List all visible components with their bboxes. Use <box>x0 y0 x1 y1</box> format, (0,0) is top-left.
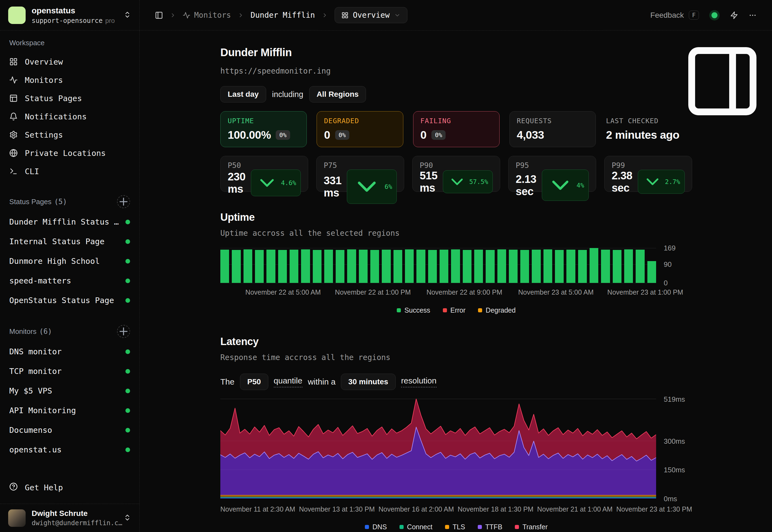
percentile-value: 2.38 sec <box>612 170 632 194</box>
latency-y-tick: 150ms <box>664 466 685 474</box>
monitor-documenso[interactable]: Documenso <box>9 420 130 440</box>
gear-icon <box>9 131 18 139</box>
chevron-right-icon <box>170 12 176 19</box>
status-page-speed-matters[interactable]: speed-matters <box>9 271 130 291</box>
sidebar-item-overview[interactable]: Overview <box>9 53 130 71</box>
uptime-bar <box>428 250 437 283</box>
bell-icon <box>9 112 18 121</box>
chevrons-up-down-icon[interactable] <box>123 514 131 522</box>
sidebar-item-notifications[interactable]: Notifications <box>9 107 130 126</box>
monitor-dns-monitor[interactable]: DNS monitor <box>9 342 130 361</box>
stat-card-last-checked: LAST CHECKED2 minutes ago <box>606 111 692 147</box>
stat-badge: 0% <box>335 130 349 140</box>
help-circle-icon <box>9 482 18 491</box>
stat-value: 100.00% <box>228 129 271 141</box>
chevron-right-icon <box>321 12 328 19</box>
chevron-right-icon <box>237 12 244 19</box>
uptime-x-tick: November 22 at 5:00 AM <box>245 288 321 296</box>
user-menu[interactable]: Dwight Schrute dwight@dundermifflin.c… <box>0 504 139 532</box>
uptime-bar <box>440 250 448 283</box>
status-dot <box>125 239 130 244</box>
monitor-tcp-monitor[interactable]: TCP monitor <box>9 361 130 381</box>
sidebar: openstatus support-opensourcepro Workspa… <box>0 0 140 532</box>
latency-x-tick: November 18 at 1:30 PM <box>458 505 533 513</box>
sidebar-item-monitors[interactable]: Monitors <box>9 71 130 89</box>
uptime-bar <box>313 250 321 283</box>
panel-right-icon[interactable] <box>682 40 763 122</box>
monitors-list: DNS monitorTCP monitorMy $5 VPSAPI Monit… <box>9 342 130 460</box>
monitor-openstat-us[interactable]: openstat.us <box>9 440 130 460</box>
sidebar-item-cli[interactable]: CLI <box>9 162 130 180</box>
uptime-bar <box>347 249 356 283</box>
view-selector-button[interactable]: Overview <box>334 7 408 23</box>
uptime-y-tick: 0 <box>664 279 668 287</box>
stat-label: UPTIME <box>228 117 299 125</box>
page-body: Dunder Mifflin https://speedmonitor.ing … <box>140 31 772 532</box>
stat-value: 2 minutes ago <box>606 129 679 141</box>
add-monitor-button[interactable] <box>117 325 130 338</box>
monitor-my-5-vps[interactable]: My $5 VPS <box>9 381 130 401</box>
workspace-switcher[interactable]: openstatus support-opensourcepro <box>0 0 139 31</box>
quantile-select-button[interactable]: P50 <box>240 374 268 390</box>
resolution-select-button[interactable]: 30 minutes <box>341 374 396 390</box>
system-status-indicator[interactable] <box>709 10 720 20</box>
period-filter-button[interactable]: Last day <box>220 86 266 102</box>
regions-filter-button[interactable]: All Regions <box>309 86 366 102</box>
chevrons-up-down-icon[interactable] <box>123 11 131 20</box>
percentile-card-p75: P75331 ms6% <box>316 156 404 192</box>
chevron-right-icon <box>321 12 328 19</box>
status-dot <box>125 279 130 283</box>
latency-sentence-mid: within a <box>308 377 336 386</box>
uptime-bar <box>474 250 483 283</box>
feedback-shortcut-key: F <box>689 11 699 20</box>
status-pages-list: Dunder Mifflin Status …Internal Status P… <box>9 212 130 310</box>
latency-x-tick: November 13 at 1:30 PM <box>299 505 375 513</box>
panel-left-icon <box>155 11 163 19</box>
stat-label: DEGRADED <box>324 117 396 125</box>
add-status-page-button[interactable] <box>117 195 130 208</box>
activity-icon <box>183 11 190 19</box>
uptime-bar <box>405 249 414 283</box>
monitor-api-monitoring[interactable]: API Monitoring <box>9 401 130 420</box>
uptime-bar <box>520 250 529 283</box>
zap-icon[interactable] <box>730 11 738 19</box>
stat-value: 4,033 <box>517 129 544 141</box>
activity-icon <box>183 11 190 19</box>
sidebar-item-private-locations[interactable]: Private Locations <box>9 144 130 162</box>
workspace-nav: OverviewMonitorsStatus PagesNotification… <box>9 53 130 180</box>
grid-icon <box>341 12 348 19</box>
breadcrumb-monitors[interactable]: Monitors <box>183 11 231 20</box>
percentile-value: 331 ms <box>324 174 341 199</box>
stat-card-degraded: DEGRADED00% <box>316 111 403 147</box>
uptime-bar <box>498 249 506 283</box>
percentile-value: 230 ms <box>228 171 245 195</box>
panel-right-icon <box>682 40 763 122</box>
latency-controls: The P50 quantile within a 30 minutes res… <box>220 374 772 390</box>
status-page-dunder-mifflin-status[interactable]: Dunder Mifflin Status … <box>9 212 130 232</box>
chevron-down-icon <box>255 171 278 194</box>
uptime-bar <box>636 250 644 283</box>
sidebar-item-status-pages[interactable]: Status Pages <box>9 89 130 107</box>
sidebar-item-settings[interactable]: Settings <box>9 126 130 144</box>
chevron-down-icon <box>448 172 467 192</box>
ellipsis-icon[interactable] <box>749 11 757 19</box>
status-page-openstatus-status-page[interactable]: OpenStatus Status Page <box>9 291 130 310</box>
panel-left-icon[interactable] <box>155 11 163 19</box>
uptime-legend: SuccessErrorDegraded <box>220 306 692 314</box>
view-selector-label: Overview <box>353 11 390 20</box>
latency-x-tick: November 11 at 2:30 AM <box>220 505 295 513</box>
latency-x-tick: November 21 at 1:00 AM <box>537 505 613 513</box>
uptime-bar <box>578 250 587 283</box>
status-page-dunmore-high-school[interactable]: Dunmore High School <box>9 251 130 271</box>
latency-x-axis: November 11 at 2:30 AMNovember 13 at 1:3… <box>220 505 692 513</box>
uptime-x-tick: November 22 at 1:00 PM <box>335 288 411 296</box>
latency-legend: DNSConnectTLSTTFBTransfer <box>220 523 692 531</box>
get-help-link[interactable]: Get Help <box>9 478 130 497</box>
status-page-internal-status-page[interactable]: Internal Status Page <box>9 232 130 251</box>
feedback-button[interactable]: Feedback F <box>650 11 699 20</box>
legend-item-degraded: Degraded <box>478 306 516 314</box>
chevrons-up-down-icon <box>123 514 131 521</box>
activity-icon <box>9 76 18 84</box>
uptime-bar <box>509 250 518 283</box>
status-dot <box>125 349 130 354</box>
